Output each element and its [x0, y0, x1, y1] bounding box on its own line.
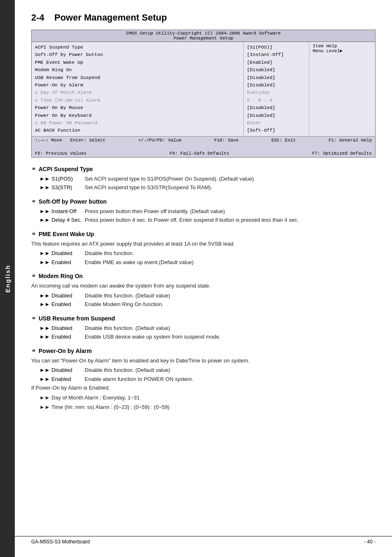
- footer-left: GA-M55S-S3 Motherboard: [31, 539, 90, 545]
- option-label: ►► Enabled: [31, 258, 85, 267]
- footer-right: - 40 -: [364, 539, 376, 545]
- section-desc-pme-event: This feature requires an ATX power suppl…: [31, 240, 376, 248]
- option-label: ►► Delay 4 Sec.: [31, 216, 85, 224]
- option-row: ►► DisabledDisable this function. (Defau…: [31, 292, 376, 300]
- section-arrow-icon: ⚭: [31, 166, 36, 172]
- bios-row-value: [Disabled]: [247, 81, 306, 89]
- bios-help-panel: Item Help Menu Level►: [309, 42, 375, 136]
- option-desc: Enable USB device wake up system from su…: [85, 333, 376, 341]
- option-label: ►► S3(STR): [31, 183, 85, 192]
- section-arrow-icon: ⚭: [31, 348, 36, 354]
- option-row: ►► EnabledEnable Modem Ring On function.: [31, 300, 376, 309]
- f1-key: F1: General Help: [328, 138, 372, 143]
- section-heading-modem-ring: ⚭Modem Ring On: [31, 273, 376, 279]
- item-help-label: Item Help: [313, 44, 372, 49]
- option-label: ►► Enabled: [31, 333, 85, 341]
- section-arrow-icon: ⚭: [31, 315, 36, 322]
- option-desc: Set ACPI suspend type to S1/POS(Power On…: [85, 175, 376, 183]
- f5-key: F5: Previous Values: [35, 151, 86, 156]
- bios-row-value: [Soft-Off]: [247, 127, 306, 134]
- option-label: ►► S1(POS): [31, 175, 85, 183]
- option-desc: Disable this function. (Default value): [85, 292, 376, 300]
- option-row: ►► S3(STR)Set ACPI suspend type to S3/ST…: [31, 183, 376, 192]
- option-desc: Disable this function.: [85, 249, 376, 258]
- option-desc: Disable this function. (Default value): [85, 324, 376, 332]
- move-key: ↑↓→←: Move Enter: Select: [35, 138, 106, 143]
- bios-row-value: [S1(POS)]: [247, 44, 306, 51]
- option-row: ►► EnabledEnable USB device wake up syst…: [31, 333, 376, 341]
- bios-row-label: PME Event Wake Up: [35, 59, 240, 66]
- bios-header: CMOS Setup Utility-Copyright (C) 1984-20…: [32, 30, 375, 42]
- section-heading-text: PME Event Wake Up: [39, 231, 94, 237]
- option-desc: Disable this function. (Default value): [85, 366, 376, 374]
- page-footer: GA-M55S-S3 Motherboard - 40 -: [15, 536, 392, 545]
- sidebar: English: [0, 0, 15, 557]
- sidebar-label: English: [4, 265, 11, 292]
- option-row: ►► Delay 4 Sec.Press power button 4 sec.…: [31, 216, 376, 224]
- section-heading-text: USB Resume from Suspend: [39, 315, 115, 322]
- bios-row-value: 0 : 0 : 0: [247, 97, 306, 104]
- extra-line: ►► Day of Month Alarm : Everyday, 1~31: [31, 394, 376, 402]
- bios-footer-row1: ↑↓→←: Move Enter: Select +/-/PU/PD: Valu…: [35, 138, 372, 143]
- f7-key: F7: Optimized Defaults: [312, 151, 372, 156]
- value-key: +/-/PU/PD: Value: [138, 138, 182, 143]
- section-heading-acpi-suspend-type: ⚭ACPI Suspend Type: [31, 166, 376, 172]
- bios-values-panel: [S1(POS)][Instant-Off][Enabled][Disabled…: [244, 42, 309, 136]
- section-heading-text: Soft-Off by Power button: [39, 198, 107, 205]
- option-label: ►► Disabled: [31, 249, 85, 258]
- bios-footer: ↑↓→←: Move Enter: Select +/-/PU/PD: Valu…: [32, 136, 375, 157]
- option-row: ►► Instant-OffPress power button then Po…: [31, 207, 376, 216]
- section-heading-text: ACPI Suspend Type: [39, 166, 93, 172]
- bios-row-label: x KB Power ON Password: [35, 119, 240, 127]
- bios-row-label: x Time (hh:mm:ss) Alarm: [35, 97, 240, 104]
- bios-row-value: [Disabled]: [247, 74, 306, 81]
- section-desc-power-on-alarm: You can set "Power-On by Alarm" item to …: [31, 357, 376, 365]
- option-desc: Enable alarm function to POWER ON system…: [85, 375, 376, 383]
- section-arrow-icon: ⚭: [31, 273, 36, 279]
- bios-row-label: Power On By Mouse: [35, 104, 240, 111]
- bios-row-label: Power On By Keyboard: [35, 112, 240, 119]
- menu-level-label: Menu Level►: [313, 49, 372, 53]
- bios-left-panel: ACPI Suspend Type Soft-Off by Power butt…: [32, 42, 244, 136]
- bios-box: CMOS Setup Utility-Copyright (C) 1984-20…: [31, 30, 376, 158]
- bios-row-label: ACPI Suspend Type: [35, 44, 240, 51]
- section-heading-soft-off: ⚭Soft-Off by Power button: [31, 198, 376, 205]
- option-row: ►► DisabledDisable this function.: [31, 249, 376, 258]
- option-desc: Press power button 4 sec. to Power off. …: [85, 216, 376, 224]
- option-row: ►► DisabledDisable this function. (Defau…: [31, 324, 376, 332]
- section-heading-usb-resume: ⚭USB Resume from Suspend: [31, 315, 376, 322]
- extra-line: ►► Time (hh: mm: ss) Alarm : (0~23) : (0…: [31, 403, 376, 411]
- esc-key: ESC: Exit: [271, 138, 295, 143]
- option-label: ►► Disabled: [31, 324, 85, 332]
- option-desc: Enable PME as wake up event.(Default val…: [85, 258, 376, 267]
- section-arrow-icon: ⚭: [31, 231, 36, 237]
- bios-row-value: [Disabled]: [247, 66, 306, 74]
- option-desc: Enable Modem Ring On function.: [85, 300, 376, 309]
- bios-row-label: Soft-Off by Power button: [35, 51, 240, 58]
- option-label: ►► Instant-Off: [31, 207, 85, 216]
- bios-row-label: USB Resume from Suspend: [35, 74, 240, 81]
- extra-line: If Power-On by Alarm is Enabled.: [31, 384, 376, 392]
- main-content: 2-4 Power Management Setup CMOS Setup Ut…: [15, 0, 392, 425]
- bios-row-label: x Day of Month Alarm: [35, 89, 240, 96]
- bios-row-value: [Instant-Off]: [247, 51, 306, 58]
- bios-row-label: Power-On by Alarm: [35, 81, 240, 89]
- option-label: ►► Enabled: [31, 300, 85, 309]
- bios-row-value: [Disabled]: [247, 104, 306, 111]
- option-desc: Set ACPI suspend type to S3/STR(Suspend …: [85, 183, 376, 192]
- option-label: ►► Enabled: [31, 375, 85, 383]
- option-row: ►► EnabledEnable alarm function to POWER…: [31, 375, 376, 383]
- sections-container: ⚭ACPI Suspend Type►► S1(POS)Set ACPI sus…: [31, 166, 376, 411]
- option-row: ►► S1(POS)Set ACPI suspend type to S1/PO…: [31, 175, 376, 183]
- bios-footer-row2: F5: Previous Values F6: Fail-Safe Defaul…: [35, 151, 372, 156]
- section-arrow-icon: ⚭: [31, 198, 36, 205]
- section-desc-modem-ring: An incoming call via modem can awake the…: [31, 282, 376, 290]
- page-title: 2-4 Power Management Setup: [31, 12, 376, 23]
- option-label: ►► Disabled: [31, 366, 85, 374]
- section-heading-text: Power-On by Alarm: [39, 348, 92, 354]
- option-row: ►► DisabledDisable this function. (Defau…: [31, 366, 376, 374]
- bios-row-value: [Enabled]: [247, 59, 306, 66]
- bios-body: ACPI Suspend Type Soft-Off by Power butt…: [32, 42, 375, 136]
- bios-row-label: Modem Ring On: [35, 66, 240, 74]
- section-heading-text: Modem Ring On: [39, 273, 83, 279]
